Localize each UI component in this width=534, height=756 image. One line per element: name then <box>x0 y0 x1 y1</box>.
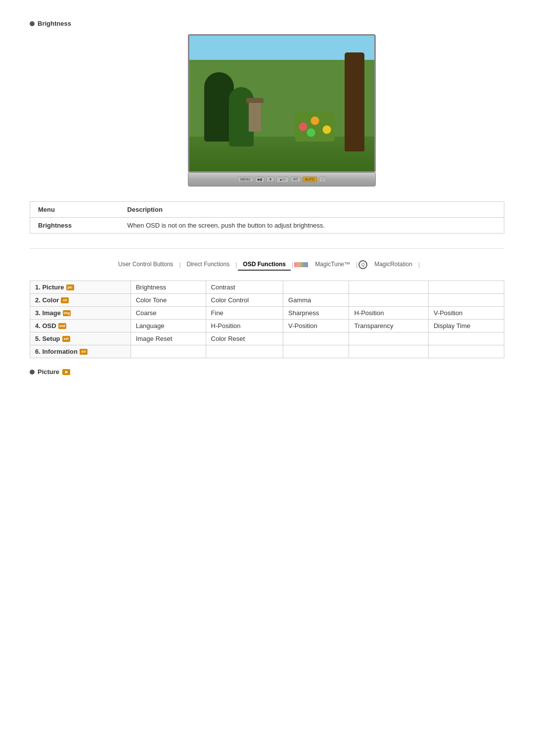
nav-sep-3: | <box>291 261 294 268</box>
nav-sep-2: | <box>234 261 238 268</box>
osd-cell-4 <box>428 332 504 345</box>
tab-direct-functions[interactable]: Direct Functions <box>182 259 235 271</box>
osd-cell-0 <box>131 345 206 358</box>
osd-cell-0: Image Reset <box>131 332 206 345</box>
osd-table: 1. Picture picBrightnessContrast2. Color… <box>30 281 504 358</box>
osd-row-label: 5. Setup set <box>30 332 131 345</box>
osd-cell-3 <box>349 345 428 358</box>
menu-cell: Brightness <box>30 218 120 234</box>
menu-button[interactable]: MENU <box>238 177 253 182</box>
tree-right <box>345 52 364 151</box>
osd-cell-1 <box>206 345 283 358</box>
monitor-frame <box>188 34 376 173</box>
nav-sep-5: | <box>417 261 421 268</box>
osd-cell-2 <box>283 345 349 358</box>
osd-table-row: 4. OSD osdLanguageH-PositionV-PositionTr… <box>30 320 504 332</box>
table-row: Brightness When OSD is not on the screen… <box>30 218 504 234</box>
osd-cell-4: Display Time <box>428 320 504 332</box>
desc-cell: When OSD is not on the screen, push the … <box>119 218 504 234</box>
osd-cell-0: Language <box>131 320 206 332</box>
divider <box>30 248 504 249</box>
picture-circle-icon <box>30 370 35 375</box>
row-icon: img <box>63 310 71 316</box>
picture-mini-icon: ▶ <box>62 369 70 375</box>
picture-label: Picture <box>38 368 59 376</box>
osd-cell-2: Gamma <box>283 294 349 307</box>
osd-cell-3 <box>349 332 428 345</box>
osd-cell-2 <box>283 332 349 345</box>
monitor-base: MENU ▶▮ ▼ ▲/☆ RT AUTO ○ <box>188 173 376 187</box>
row-icon: pic <box>66 284 74 290</box>
monitor-scene <box>189 36 374 171</box>
monitor-illustration: MENU ▶▮ ▼ ▲/☆ RT AUTO ○ <box>59 34 504 187</box>
osd-row-label: 1. Picture pic <box>30 281 131 294</box>
osd-table-row: 1. Picture picBrightnessContrast <box>30 281 504 294</box>
osd-row-label: 4. OSD osd <box>30 320 131 332</box>
power-button[interactable]: ○ <box>319 177 326 182</box>
auto-button[interactable]: AUTO <box>303 177 317 182</box>
row-icon: set <box>62 336 70 342</box>
menu-description-table: Menu Description Brightness When OSD is … <box>30 201 504 234</box>
osd-table-row: 2. Color clrColor ToneColor ControlGamma <box>30 294 504 307</box>
tab-user-control-buttons[interactable]: User Control Buttons <box>113 259 178 271</box>
desc-col-header: Description <box>119 202 504 218</box>
osd-table-row: 3. Image imgCoarseFineSharpnessH-Positio… <box>30 307 504 320</box>
osd-cell-3 <box>349 281 428 294</box>
osd-cell-4: V-Position <box>428 307 504 320</box>
down-button[interactable]: ▼ <box>267 177 275 182</box>
magictune-icon <box>294 262 308 267</box>
tab-magicrotation[interactable]: MagicRotation <box>369 259 417 271</box>
osd-cell-3 <box>349 294 428 307</box>
osd-cell-2 <box>283 281 349 294</box>
osd-cell-1: Color Reset <box>206 332 283 345</box>
menu-col-header: Menu <box>30 202 120 218</box>
brightness-label: Brightness <box>38 20 71 27</box>
tab-osd-functions[interactable]: OSD Functions <box>238 259 291 271</box>
pagoda <box>249 102 261 132</box>
osd-cell-2: V-Position <box>283 320 349 332</box>
up-button[interactable]: ▲/☆ <box>276 177 289 183</box>
osd-row-label: 3. Image img <box>30 307 131 320</box>
osd-cell-3: H-Position <box>349 307 428 320</box>
nav-sep-4: | <box>355 261 358 268</box>
row-icon: osd <box>58 323 66 329</box>
flowers <box>295 112 335 142</box>
osd-cell-4 <box>428 345 504 358</box>
osd-cell-0: Coarse <box>131 307 206 320</box>
osd-cell-4 <box>428 281 504 294</box>
osd-cell-0: Brightness <box>131 281 206 294</box>
row-icon: clr <box>61 297 69 303</box>
osd-table-row: 5. Setup setImage ResetColor Reset <box>30 332 504 345</box>
circle-bullet-icon <box>30 21 35 26</box>
osd-cell-1: Color Control <box>206 294 283 307</box>
osd-cell-1: Fine <box>206 307 283 320</box>
osd-row-label: 2. Color clr <box>30 294 131 307</box>
osd-row-label: 6. Information inf <box>30 345 131 358</box>
nav-sep-1: | <box>178 261 181 268</box>
nav-tabs: User Control Buttons | Direct Functions … <box>30 259 504 271</box>
osd-cell-1: Contrast <box>206 281 283 294</box>
picture-title-row: Picture ▶ <box>30 368 504 376</box>
osd-cell-2: Sharpness <box>283 307 349 320</box>
tab-magictune[interactable]: MagicTune™ <box>310 259 355 271</box>
picture-section: Picture ▶ <box>30 368 504 376</box>
brightness-down-button[interactable]: ▶▮ <box>255 177 265 183</box>
brightness-title: Brightness <box>30 20 504 27</box>
rt-button[interactable]: RT <box>291 177 300 182</box>
osd-cell-1: H-Position <box>206 320 283 332</box>
osd-table-row: 6. Information inf <box>30 345 504 358</box>
osd-cell-4 <box>428 294 504 307</box>
magicrotation-icon: Q <box>358 260 367 269</box>
brightness-section: Brightness MENU ▶▮ ▼ ▲/☆ RT AUTO ○ <box>30 20 504 187</box>
osd-cell-0: Color Tone <box>131 294 206 307</box>
osd-cell-3: Transparency <box>349 320 428 332</box>
row-icon: inf <box>80 349 88 355</box>
